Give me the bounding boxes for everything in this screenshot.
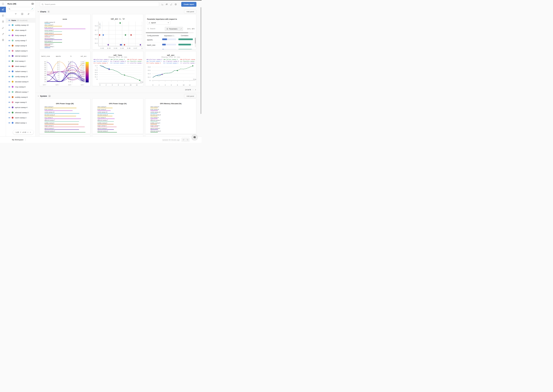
legend-item[interactable]: colorful-sweep-4 bbox=[127, 62, 142, 64]
run-row[interactable]: different-sweep-7 bbox=[6, 89, 35, 95]
legend-item[interactable]: feasible-sweep-3 bbox=[180, 60, 195, 62]
page-size-caret-icon[interactable]: ▼ bbox=[20, 132, 21, 133]
visibility-eye-icon[interactable] bbox=[8, 29, 10, 31]
legend-item[interactable]: glorious-sweep-4 bbox=[94, 58, 109, 60]
visibility-eye-icon[interactable] bbox=[8, 117, 10, 119]
panel-gpu-power-pct[interactable]: GPU Power Usage (%) silver-sweep-9lively… bbox=[92, 99, 143, 134]
run-row[interactable]: apricot-sweep-4 bbox=[6, 105, 35, 110]
run-name[interactable]: different-sweep-7 bbox=[15, 91, 28, 93]
bar-chart-row[interactable]: comfy-sweep-10 bbox=[44, 111, 85, 114]
sidebar-item-workspace[interactable] bbox=[0, 7, 6, 12]
panel-search-box[interactable] bbox=[40, 2, 159, 7]
run-row[interactable]: swept-sweep-6 bbox=[6, 43, 35, 48]
run-row[interactable]: comfy-sweep-10 bbox=[6, 74, 35, 79]
bar-chart-row[interactable]: eager-sweep-5 bbox=[97, 125, 138, 128]
run-row[interactable]: sunny-sweep-7 bbox=[6, 38, 35, 43]
run-name[interactable]: swept-sweep-6 bbox=[15, 45, 27, 47]
legend-item[interactable]: colorful-sweep-4 bbox=[180, 62, 195, 64]
panel-val-acc[interactable]: val_acc Showing first 10 runs glorious-s… bbox=[145, 51, 196, 86]
legend-item[interactable]: lively-sweep-2 bbox=[94, 62, 109, 64]
system-section-header[interactable]: System 14 bbox=[38, 95, 51, 97]
visibility-eye-icon[interactable] bbox=[8, 60, 10, 62]
column-importance[interactable]: Importance ⓘ ↓ bbox=[164, 35, 175, 37]
legend-item[interactable]: revived-sweep-1 bbox=[146, 60, 161, 62]
run-row[interactable]: radiant-sweep-5 bbox=[6, 48, 35, 53]
bar-chart-row[interactable]: silver-sweep-9 bbox=[44, 106, 85, 109]
filter-icon[interactable] bbox=[14, 13, 17, 16]
bar-chart-row[interactable]: rosy-sweep-8 bbox=[44, 117, 85, 119]
legend-item[interactable]: fragrant-sweep-4 bbox=[110, 60, 125, 62]
panel-val-loss[interactable]: val_loss Showing first 10 runs glorious-… bbox=[92, 51, 143, 86]
chat-bubble-button[interactable] bbox=[191, 134, 198, 141]
bar-chart-row[interactable]: different-sweep-7 bbox=[150, 119, 191, 122]
bar-chart-row[interactable]: comfy-sweep-10 bbox=[150, 111, 191, 114]
bar-chart-row[interactable]: lively-sweep-8 bbox=[97, 109, 138, 111]
regex-toggle-icon[interactable]: .* bbox=[31, 8, 33, 10]
run-name[interactable]: apricot-sweep-4 bbox=[15, 106, 27, 108]
bar-chart-row[interactable]: lively-sweep-8 bbox=[44, 27, 85, 30]
x-axis-icon[interactable]: x bbox=[161, 3, 164, 6]
importance-page-range[interactable]: 1-4 bbox=[187, 28, 189, 30]
bar-chart-row[interactable]: eager-sweep-5 bbox=[44, 125, 85, 128]
charts-prev-page-button[interactable]: ‹ bbox=[193, 88, 194, 91]
run-name[interactable]: silver-sweep-9 bbox=[15, 29, 26, 31]
run-row[interactable]: devoted-sweep-9 bbox=[6, 79, 35, 84]
bar-chart-row[interactable]: wobbly-sweep-6 bbox=[150, 122, 191, 125]
redo-button[interactable]: ↻ bbox=[186, 138, 190, 142]
runs-next-page-button[interactable]: › bbox=[30, 131, 31, 133]
legend-item[interactable]: revived-sweep-1 bbox=[111, 62, 125, 64]
run-name[interactable]: radiant-sweep-1 bbox=[15, 70, 28, 72]
run-name[interactable]: devoted-sweep-9 bbox=[15, 81, 28, 83]
charts-section-header[interactable]: Charts 9 bbox=[38, 10, 50, 13]
run-row[interactable]: ethereal-sweep-3 bbox=[6, 110, 35, 115]
artifacts-database-icon[interactable] bbox=[0, 38, 6, 42]
bar-chart-row[interactable]: apricot-sweep-4 bbox=[150, 128, 191, 130]
smoothing-iron-icon[interactable] bbox=[166, 3, 168, 6]
bar-chart-row[interactable]: silver-sweep-9 bbox=[97, 106, 138, 109]
panel-search-input[interactable] bbox=[45, 3, 157, 5]
importance-row[interactable] bbox=[145, 48, 194, 49]
importance-pager[interactable]: 1-4 ▼ of 4 bbox=[187, 28, 194, 30]
visibility-eye-icon[interactable] bbox=[8, 106, 10, 109]
importance-row[interactable]: epochs bbox=[145, 37, 194, 42]
run-row[interactable]: wobbly-sweep-10 bbox=[6, 22, 35, 28]
importance-search[interactable]: Search bbox=[147, 28, 155, 30]
run-name[interactable]: warm-sweep-2 bbox=[15, 117, 27, 119]
undo-button[interactable]: ↺ bbox=[181, 138, 186, 142]
legend-item[interactable]: glorious-sweep-4 bbox=[146, 58, 162, 60]
bar-chart-row[interactable]: wobbly-sweep-6 bbox=[44, 122, 85, 125]
workspace-name[interactable]: My Workspace bbox=[12, 139, 23, 141]
outliers-icon[interactable] bbox=[170, 3, 173, 6]
run-name[interactable]: rosy-sweep-8 bbox=[15, 86, 25, 88]
run-name[interactable]: radiant-sweep-5 bbox=[15, 50, 28, 52]
run-row[interactable]: eternal-sweep-4 bbox=[6, 53, 35, 58]
run-search-input[interactable] bbox=[10, 8, 31, 10]
bar-chart-row[interactable]: lively-sweep-8 bbox=[44, 109, 85, 111]
visibility-eye-icon[interactable] bbox=[8, 91, 10, 93]
visibility-eye-icon[interactable] bbox=[8, 76, 10, 78]
importance-metric-dropdown[interactable]: epoch bbox=[147, 21, 170, 25]
run-name[interactable]: comfy-sweep-10 bbox=[15, 76, 28, 77]
bar-chart-row[interactable]: kind-sweep-3 bbox=[44, 40, 85, 43]
parameters-button[interactable]: Parameters bbox=[165, 27, 179, 31]
visibility-eye-icon[interactable] bbox=[8, 55, 10, 57]
run-name[interactable]: eternal-sweep-4 bbox=[15, 55, 28, 57]
bar-chart-row[interactable]: rosy-sweep-8 bbox=[150, 117, 191, 119]
bar-chart-row[interactable]: different-sweep-7 bbox=[44, 119, 85, 122]
importance-row[interactable]: batch_size bbox=[145, 42, 194, 48]
system-add-panel-button[interactable]: Add panel bbox=[184, 94, 196, 98]
create-report-button[interactable]: Create report bbox=[181, 2, 196, 7]
bar-chart-row[interactable]: ethereal-sweep-3 bbox=[97, 130, 138, 133]
settings-gear-icon[interactable] bbox=[174, 3, 177, 6]
run-name[interactable]: wobbly-sweep-10 bbox=[15, 24, 28, 26]
legend-item[interactable]: fallen-sweep-3 bbox=[164, 58, 178, 60]
visibility-eye-icon[interactable] bbox=[8, 122, 10, 124]
visibility-eye-icon[interactable] bbox=[8, 86, 10, 88]
importance-horizontal-scrollbar[interactable] bbox=[146, 32, 194, 33]
visibility-eye-icon[interactable] bbox=[8, 24, 10, 26]
bar-chart-row[interactable]: radiant-sweep-1 bbox=[44, 46, 85, 49]
runs-list-header[interactable]: Name (49 visualized) bbox=[6, 18, 35, 22]
bar-chart-row[interactable]: sunny-sweep-7 bbox=[44, 30, 85, 32]
bar-chart-row[interactable]: sleek-sweep-2 bbox=[44, 43, 85, 46]
bar-chart-row[interactable]: wobbly-sweep-10 bbox=[44, 21, 85, 24]
